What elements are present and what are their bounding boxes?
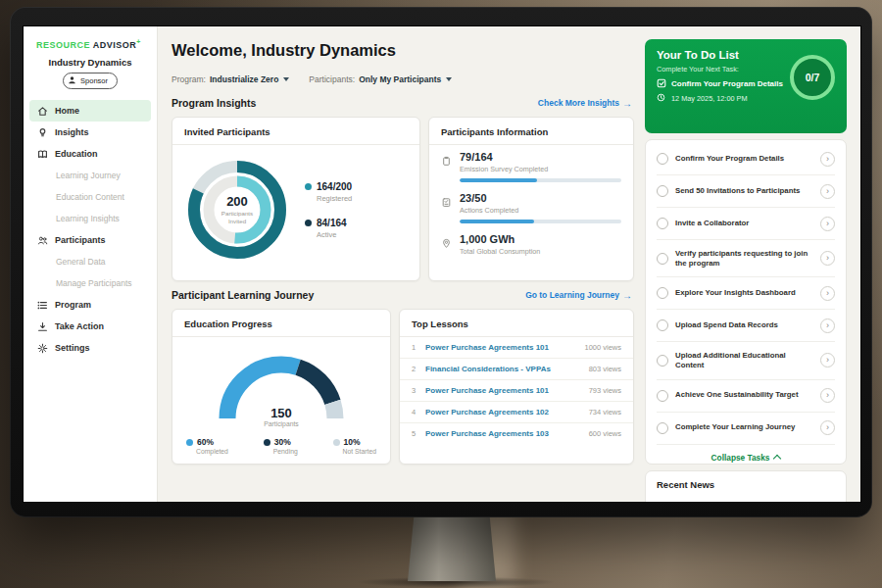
task-item[interactable]: Explore Your Insights Dashboard	[657, 277, 835, 310]
task-item[interactable]: Upload Additional Educational Content	[657, 342, 835, 379]
sponsor-badge[interactable]: Sponsor	[63, 73, 118, 89]
chevron-right-icon[interactable]	[820, 286, 835, 301]
task-item[interactable]: Send 50 Invitations to Participants	[657, 175, 835, 208]
registered-dot	[305, 183, 312, 190]
lesson-link[interactable]: Power Purchase Agreements 103	[425, 429, 581, 438]
invited-legend: 164/200 Registered 84/164 Active	[305, 181, 352, 239]
task-checkbox[interactable]	[657, 390, 668, 402]
sidebar-item-insights[interactable]: Insights	[24, 122, 157, 143]
sidebar-item-learning-journey[interactable]: Learning Journey	[24, 165, 157, 186]
task-label: Achieve One Sustainability Target	[675, 390, 813, 400]
task-checkbox[interactable]	[657, 422, 668, 434]
collapse-tasks-button[interactable]: Collapse Tasks	[657, 445, 835, 466]
sidebar-item-general-data[interactable]: General Data	[24, 251, 157, 272]
dashboard-screen: RESOURCE ADVISOR+ Industry Dynamics Spon…	[23, 25, 861, 503]
task-checkbox[interactable]	[657, 218, 668, 229]
sidebar-item-program[interactable]: Program	[24, 294, 157, 316]
task-checkbox[interactable]	[657, 153, 668, 165]
lesson-link[interactable]: Financial Considerations - VPPAs	[425, 365, 581, 373]
lesson-link[interactable]: Power Purchase Agreements 101	[425, 386, 581, 395]
completed-label: Completed	[196, 448, 228, 455]
chevron-right-icon[interactable]	[820, 353, 835, 368]
lesson-row[interactable]: 1 Power Purchase Agreements 101 1000 vie…	[400, 337, 633, 359]
sidebar-item-home[interactable]: Home	[29, 100, 151, 122]
sidebar-item-manage-participants[interactable]: Manage Participants	[24, 272, 157, 294]
lesson-link[interactable]: Power Purchase Agreements 101	[425, 343, 576, 352]
filters-row: Program: Industrialize Zero Participants…	[172, 74, 452, 84]
program-filter-dropdown[interactable]: Program: Industrialize Zero	[172, 74, 289, 84]
active-dot	[305, 220, 312, 226]
lesson-row[interactable]: 4 Power Purchase Agreements 102 734 view…	[400, 402, 633, 423]
donut-center-label: Participants Invited	[212, 210, 263, 225]
task-checkbox[interactable]	[657, 287, 668, 299]
lesson-row[interactable]: 3 Power Purchase Agreements 101 793 view…	[400, 380, 633, 402]
card-title: Top Lessons	[400, 310, 633, 337]
lesson-link[interactable]: Power Purchase Agreements 102	[425, 408, 581, 416]
sidebar-item-settings[interactable]: Settings	[24, 337, 157, 359]
chevron-right-icon[interactable]	[820, 388, 835, 403]
not-started-label: Not Started	[343, 448, 376, 455]
gauge-center: 150 Participants	[208, 406, 355, 427]
task-item[interactable]: Complete Your Learning Journey	[657, 413, 835, 445]
location-pin-icon	[441, 235, 452, 246]
pending-label: Pending	[273, 448, 298, 455]
legend-item: 164/200 Registered	[305, 181, 352, 203]
card-title: Education Progress	[172, 310, 390, 337]
lesson-rank: 3	[412, 386, 417, 395]
task-item[interactable]: Confirm Your Program Details	[657, 143, 835, 175]
chevron-right-icon[interactable]	[820, 217, 835, 231]
progress-fill	[460, 178, 537, 182]
chevron-right-icon[interactable]	[820, 420, 835, 435]
link-label: Check More Insights	[538, 98, 619, 108]
lesson-rank: 5	[412, 429, 417, 438]
logo-resource: RESOURCE	[36, 40, 90, 50]
task-checkbox[interactable]	[657, 319, 668, 331]
gauge-center-value: 150	[270, 406, 292, 420]
sidebar-item-take-action[interactable]: Take Action	[24, 316, 157, 337]
invited-donut-chart: 200 Participants Invited	[182, 155, 292, 265]
chevron-right-icon[interactable]	[820, 184, 835, 199]
task-item[interactable]: Invite a Collaborator	[657, 208, 835, 240]
card-title: Invited Participants	[172, 118, 419, 145]
sidebar-item-participants[interactable]: Participants	[24, 229, 157, 251]
program-filter-value: Industrialize Zero	[210, 74, 278, 84]
lesson-views: 1000 views	[584, 343, 621, 352]
person-icon	[68, 75, 76, 86]
section-title: Participant Learning Journey	[172, 289, 314, 301]
task-item[interactable]: Verify participants requesting to join t…	[657, 240, 835, 277]
chevron-right-icon[interactable]	[820, 318, 835, 333]
task-label: Confirm Your Program Details	[675, 154, 813, 164]
arrow-right-icon	[622, 98, 632, 109]
go-to-learning-journey-link[interactable]: Go to Learning Journey	[525, 290, 632, 301]
participants-filter-dropdown[interactable]: Participants: Only My Participants	[309, 74, 452, 84]
chevron-right-icon[interactable]	[820, 251, 835, 266]
chevron-right-icon[interactable]	[820, 152, 835, 167]
lightbulb-icon	[37, 127, 48, 138]
task-checkbox[interactable]	[657, 355, 668, 367]
task-label: Upload Additional Educational Content	[675, 351, 813, 370]
lesson-row[interactable]: 2 Financial Considerations - VPPAs 803 v…	[400, 359, 633, 380]
lesson-row[interactable]: 5 Power Purchase Agreements 103 600 view…	[400, 423, 633, 444]
sidebar-item-label: Program	[55, 300, 91, 310]
todo-tasks-card: Confirm Your Program Details Send 50 Inv…	[645, 139, 847, 465]
task-item[interactable]: Upload Spend Data Records	[657, 310, 835, 342]
stat-label: Actions Completed	[460, 206, 518, 215]
program-insights-header: Program Insights Check More Insights	[172, 97, 632, 109]
collapse-label: Collapse Tasks	[711, 453, 770, 463]
home-icon	[37, 106, 48, 117]
sidebar-item-education[interactable]: Education	[24, 143, 157, 165]
participants-filter-label: Participants:	[309, 74, 355, 84]
legend-item: 10% Not Started	[333, 437, 376, 455]
task-checkbox[interactable]	[657, 185, 668, 197]
chevron-down-icon	[446, 77, 452, 81]
check-more-insights-link[interactable]: Check More Insights	[538, 98, 632, 109]
sidebar-item-education-content[interactable]: Education Content	[24, 186, 157, 208]
sidebar-item-learning-insights[interactable]: Learning Insights	[24, 208, 157, 229]
todo-progress-value: 0/7	[806, 72, 820, 83]
learning-journey-header: Participant Learning Journey Go to Learn…	[172, 289, 632, 301]
task-checkbox[interactable]	[657, 253, 668, 265]
task-item[interactable]: Achieve One Sustainability Target	[657, 380, 835, 413]
page-title: Welcome, Industry Dynamics	[172, 41, 396, 60]
sidebar-nav: Home Insights Education Learning Journey…	[24, 100, 157, 359]
action-arrow-icon	[37, 321, 48, 332]
